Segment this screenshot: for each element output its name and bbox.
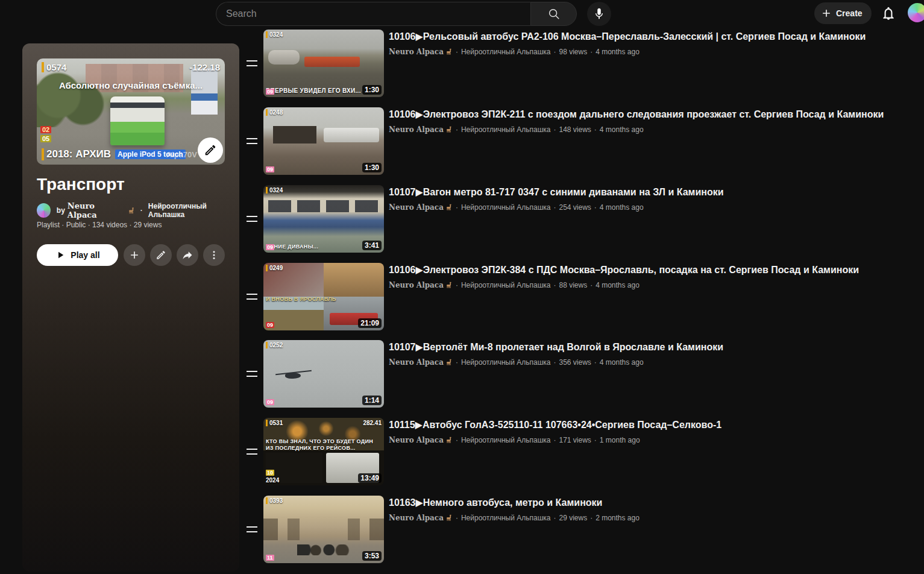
drag-handle-icon[interactable] bbox=[247, 449, 257, 455]
video-title[interactable]: 10163▶Немного автобуса, метро и Каминоки bbox=[389, 497, 913, 508]
thumbnail-caption-overlay: СИНИЕ ДИВАНЫ... bbox=[266, 244, 362, 250]
video-title[interactable]: 10106▶Рельсовый автобус РА2-106 Москва–П… bbox=[389, 31, 913, 42]
owner-avatar[interactable] bbox=[37, 203, 51, 218]
video-thumbnail[interactable]: 0324 СИНИЕ ДИВАНЫ... 09 3:41 bbox=[263, 185, 384, 253]
owner-byline: by Neuro Alpaca Нейроотличный Альпашка bbox=[57, 201, 239, 219]
playlist-title: Транспорт bbox=[37, 175, 125, 194]
thumbnail-meter-overlay: -122.18 bbox=[189, 62, 220, 72]
video-info: 10115▶Автобус ГолАЗ-525110-11 107663•24•… bbox=[389, 419, 913, 444]
upload-age: 4 months ago bbox=[600, 358, 644, 367]
owner-prefix: by bbox=[57, 206, 65, 215]
share-playlist-button[interactable] bbox=[177, 244, 198, 266]
video-title[interactable]: 10106▶Электровоз ЭП2К-211 с поездом даль… bbox=[389, 109, 913, 120]
channel-name[interactable]: Neuro Alpaca bbox=[389, 436, 444, 444]
thumbnail-caption-overlay: КТО ВЫ ЗНАЛ, ЧТО ЭТО БУДЕТ ОДИН ИЗ ПОСЛЕ… bbox=[266, 438, 382, 452]
thumbnail-year-overlay: 2024 bbox=[266, 477, 279, 484]
thumbnail-tag: 09 bbox=[266, 322, 274, 328]
separator bbox=[453, 203, 461, 212]
video-title[interactable]: 10115▶Автобус ГолАЗ-525110-11 107663•24•… bbox=[389, 419, 913, 430]
edit-thumbnail-button[interactable] bbox=[198, 137, 223, 163]
drag-handle-icon[interactable] bbox=[247, 60, 257, 66]
channel-alt-name: Нейроотличный Альпашка bbox=[461, 281, 551, 289]
view-count: 148 views bbox=[559, 125, 591, 134]
edit-playlist-button[interactable] bbox=[150, 244, 172, 266]
playlist-thumbnail[interactable]: 0574 -122.18 Абсолютно случайная съёмка.… bbox=[37, 58, 225, 165]
video-info: 10106▶Электровоз ЭП2К-384 с ПДС Москва–Я… bbox=[389, 264, 913, 289]
drag-handle-icon[interactable] bbox=[247, 138, 257, 144]
voice-search-button[interactable] bbox=[587, 2, 611, 26]
channel-name[interactable]: Neuro Alpaca bbox=[389, 358, 444, 367]
search-icon bbox=[547, 7, 561, 20]
llama-emoji-icon bbox=[445, 126, 453, 133]
channel-alt-name: Нейроотличный Альпашка bbox=[148, 202, 239, 219]
thumbnail-tag: 09 bbox=[266, 89, 274, 95]
top-header: Create bbox=[0, 0, 924, 28]
video-title[interactable]: 10107▶Вагон метро 81-717 0347 с синими д… bbox=[389, 186, 913, 198]
separator bbox=[453, 436, 461, 444]
create-button[interactable]: Create bbox=[814, 2, 872, 24]
separator bbox=[591, 436, 600, 444]
search-bar bbox=[216, 2, 577, 26]
plus-icon bbox=[820, 7, 832, 19]
view-count: 98 views bbox=[559, 48, 587, 56]
playlist-owner: by Neuro Alpaca Нейроотличный Альпашка bbox=[37, 201, 239, 219]
video-meta: Neuro Alpaca Нейроотличный Альпашка 98 v… bbox=[389, 48, 913, 56]
drag-handle-icon[interactable] bbox=[247, 371, 257, 377]
separator bbox=[587, 48, 596, 56]
video-thumbnail[interactable]: 0249 И ВНОВЬ В ЯРОСЛАВЛЬ 09 21:09 bbox=[263, 263, 384, 330]
channel-name[interactable]: Neuro Alpaca bbox=[389, 203, 444, 212]
thumbnail-art bbox=[37, 69, 104, 128]
drag-handle-icon[interactable] bbox=[247, 526, 257, 532]
video-meta: Neuro Alpaca Нейроотличный Альпашка 88 v… bbox=[389, 281, 913, 289]
search-button[interactable] bbox=[530, 2, 577, 26]
account-avatar[interactable] bbox=[908, 3, 924, 22]
separator bbox=[453, 281, 461, 289]
video-title[interactable]: 10106▶Электровоз ЭП2К-384 с ПДС Москва–Я… bbox=[389, 264, 913, 276]
separator bbox=[453, 358, 461, 367]
search-input[interactable] bbox=[216, 2, 530, 26]
video-thumbnail[interactable]: 0531 282.41 КТО ВЫ ЗНАЛ, ЧТО ЭТО БУДЕТ О… bbox=[263, 418, 384, 485]
video-thumbnail[interactable]: 0324 ВПЕРВЫЕ УВИДЕЛ ЕГО ВХИ... 09 1:30 bbox=[263, 30, 384, 97]
video-list-item: 0393 11 3:53 10163▶Немного автобуса, мет… bbox=[241, 496, 913, 563]
video-thumbnail[interactable]: 0252 09 1:14 bbox=[263, 340, 384, 408]
channel-name[interactable]: Neuro Alpaca bbox=[389, 125, 444, 134]
llama-emoji-icon bbox=[128, 207, 135, 215]
pencil-icon bbox=[156, 250, 166, 260]
video-info: 10106▶Рельсовый автобус РА2-106 Москва–П… bbox=[389, 31, 913, 56]
thumbnail-watermark: Alpa70V bbox=[166, 150, 197, 159]
thumbnail-art bbox=[110, 96, 165, 145]
duration-badge: 1:14 bbox=[362, 396, 382, 405]
duration-badge: 1:30 bbox=[362, 163, 382, 172]
drag-handle-icon[interactable] bbox=[247, 216, 257, 222]
separator bbox=[591, 203, 600, 212]
notifications-button[interactable] bbox=[881, 5, 896, 21]
video-title[interactable]: 10107▶Вертолёт Ми-8 пролетает над Волгой… bbox=[389, 341, 913, 353]
channel-name[interactable]: Neuro Alpaca bbox=[389, 281, 444, 289]
channel-name[interactable]: Neuro Alpaca bbox=[68, 201, 124, 219]
separator bbox=[453, 125, 461, 134]
video-thumbnail[interactable]: 0248 09 1:30 bbox=[263, 107, 384, 175]
video-list-item: 0248 09 1:30 10106▶Электровоз ЭП2К-211 с… bbox=[241, 107, 913, 175]
add-videos-button[interactable] bbox=[124, 244, 145, 266]
video-meta: Neuro Alpaca Нейроотличный Альпашка 356 … bbox=[389, 358, 913, 367]
video-list-item: 0324 ВПЕРВЫЕ УВИДЕЛ ЕГО ВХИ... 09 1:30 1… bbox=[241, 30, 913, 97]
video-thumbnail[interactable]: 0393 11 3:53 bbox=[263, 496, 384, 563]
separator bbox=[587, 514, 596, 522]
llama-emoji-icon bbox=[445, 282, 453, 289]
more-actions-button[interactable] bbox=[203, 244, 225, 266]
thumbnail-counter-overlay: 0252 bbox=[266, 342, 283, 348]
separator bbox=[453, 514, 461, 522]
channel-name[interactable]: Neuro Alpaca bbox=[389, 514, 444, 522]
thumbnail-art bbox=[324, 128, 379, 143]
drag-handle-icon[interactable] bbox=[247, 294, 257, 300]
play-all-button[interactable]: Play all bbox=[37, 244, 118, 266]
llama-emoji-icon bbox=[445, 48, 453, 55]
channel-name[interactable]: Neuro Alpaca bbox=[389, 48, 444, 56]
thumbnail-counter-overlay: 0574 bbox=[42, 62, 66, 72]
thumbnail-tag: 09 bbox=[266, 166, 274, 172]
youtube-playlist-page: Create 0574 -122.18 Абсолютно случайная … bbox=[0, 0, 924, 574]
video-list-item: 0531 282.41 КТО ВЫ ЗНАЛ, ЧТО ЭТО БУДЕТ О… bbox=[241, 418, 913, 485]
channel-alt-name: Нейроотличный Альпашка bbox=[461, 436, 551, 444]
thumbnail-art bbox=[191, 68, 218, 115]
video-meta: Neuro Alpaca Нейроотличный Альпашка 254 … bbox=[389, 203, 913, 212]
